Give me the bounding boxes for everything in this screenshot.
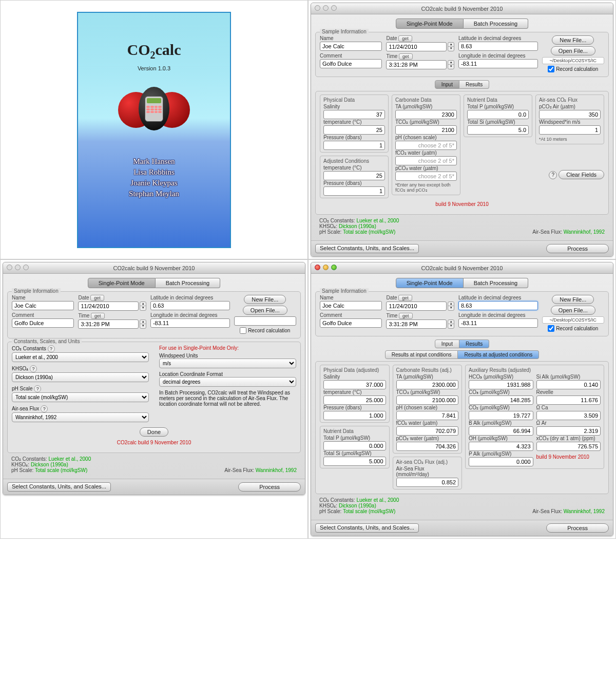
new-file-button-2[interactable]: New File... bbox=[244, 295, 286, 304]
r-salinity bbox=[323, 380, 386, 389]
ph-field[interactable] bbox=[395, 141, 457, 150]
temperature-field[interactable] bbox=[323, 125, 385, 135]
version-label: Version 1.0.3 bbox=[78, 65, 230, 71]
r-press bbox=[323, 411, 386, 420]
name-field-3[interactable] bbox=[320, 301, 382, 310]
r-totalp bbox=[323, 441, 386, 450]
date-field[interactable] bbox=[386, 42, 447, 51]
traffic-lights[interactable] bbox=[315, 5, 337, 11]
windspeed-field[interactable] bbox=[539, 125, 601, 135]
name-field-2[interactable] bbox=[12, 301, 74, 310]
tco2-field[interactable] bbox=[395, 125, 457, 135]
longitude-field[interactable] bbox=[458, 59, 538, 68]
name-field[interactable] bbox=[320, 42, 382, 51]
get-date-button-2[interactable]: get bbox=[90, 295, 104, 301]
r-totalsi bbox=[323, 457, 386, 466]
date-stepper[interactable]: ▴▾ bbox=[448, 42, 454, 51]
zoom-icon bbox=[331, 265, 337, 270]
pressure-field[interactable] bbox=[323, 141, 385, 150]
comment-field[interactable] bbox=[320, 59, 382, 68]
tab-batch[interactable]: Batch Processing bbox=[464, 18, 529, 29]
molecule-logo bbox=[118, 87, 190, 133]
process-button-2[interactable]: Process bbox=[238, 482, 301, 492]
open-file-button[interactable]: Open File... bbox=[551, 46, 595, 55]
help-ph-icon[interactable]: ? bbox=[34, 385, 41, 392]
longitude-field-3[interactable] bbox=[458, 318, 538, 328]
open-file-button-2[interactable]: Open File... bbox=[243, 306, 287, 315]
latitude-field[interactable] bbox=[458, 42, 538, 51]
comment-field-3[interactable] bbox=[320, 318, 382, 328]
subtab-input[interactable]: Input bbox=[435, 80, 459, 89]
open-file-button-3[interactable]: Open File... bbox=[551, 306, 595, 315]
close-icon bbox=[315, 265, 320, 270]
adj-pressure-field[interactable] bbox=[323, 186, 385, 196]
tab-batch-3[interactable]: Batch Processing bbox=[464, 278, 529, 288]
traffic-lights-2[interactable] bbox=[7, 265, 29, 270]
authors: Mark HansenLisa Robbins Joanie KleypasSt… bbox=[78, 156, 230, 199]
app-title: CO2calc bbox=[78, 41, 230, 61]
splash-screen: CO2calc Version 1.0.3 Mark HansenLisa Ro… bbox=[77, 12, 231, 248]
get-time-button[interactable]: get bbox=[399, 53, 413, 60]
done-button[interactable]: Done bbox=[140, 427, 168, 437]
windspeed-units-select[interactable]: m/s bbox=[159, 359, 296, 368]
help-khso4-icon[interactable]: ? bbox=[30, 365, 37, 372]
pco2air-field[interactable] bbox=[539, 110, 601, 119]
longitude-field-2[interactable] bbox=[150, 318, 230, 328]
build-note: build 9 November 2010 bbox=[320, 201, 604, 207]
new-file-button[interactable]: New File... bbox=[552, 35, 594, 45]
tab-single-point-3[interactable]: Single-Point Mode bbox=[396, 278, 464, 288]
phscale-select[interactable]: Total scale (mol/kgSW) bbox=[12, 392, 149, 402]
adj-temperature-field[interactable] bbox=[323, 171, 385, 180]
window-title: CO2calc build 9 November 2010 bbox=[311, 3, 613, 14]
comment-field-2[interactable] bbox=[12, 318, 74, 328]
subtab-results-input[interactable]: Results at input conditions bbox=[385, 350, 458, 359]
pco2-field[interactable] bbox=[395, 172, 457, 181]
close-icon bbox=[315, 5, 320, 11]
traffic-lights-3[interactable] bbox=[315, 265, 337, 270]
record-checkbox-3[interactable] bbox=[548, 325, 554, 332]
get-date-button[interactable]: get bbox=[398, 35, 412, 42]
help-icon[interactable]: ? bbox=[549, 171, 557, 179]
help-co2-icon[interactable]: ? bbox=[48, 345, 55, 352]
window-title-2: CO2calc build 9 November 2010 bbox=[3, 262, 305, 274]
khso4-select[interactable]: Dickson (1990a) bbox=[12, 372, 149, 382]
ta-field[interactable] bbox=[395, 110, 457, 119]
select-constants-button-3[interactable]: Select Constants, Units, and Scales... bbox=[315, 523, 419, 533]
r-temp bbox=[323, 396, 386, 405]
totalsi-field[interactable] bbox=[467, 125, 529, 135]
minimize-icon bbox=[323, 265, 329, 270]
location-format-select[interactable]: decimal degrees bbox=[159, 377, 296, 387]
sample-info-legend: Sample Information bbox=[320, 29, 369, 34]
window-title-3: CO2calc build 9 November 2010 bbox=[311, 262, 613, 274]
subtab-results[interactable]: Results bbox=[459, 80, 489, 89]
co2-constants-select[interactable]: Lueker et al., 2000 bbox=[12, 352, 149, 362]
zoom-icon bbox=[331, 5, 337, 11]
totalp-field[interactable] bbox=[467, 110, 529, 119]
latitude-field-2[interactable] bbox=[150, 301, 230, 310]
file-path: ~/Desktop/CO2SYS/IC bbox=[542, 57, 604, 64]
subtab-input-3[interactable]: Input bbox=[435, 340, 459, 348]
select-constants-button[interactable]: Select Constants, Units, and Scales... bbox=[315, 244, 419, 253]
help-airsea-icon[interactable]: ? bbox=[41, 405, 48, 412]
file-path-2[interactable] bbox=[234, 316, 296, 326]
record-checkbox[interactable] bbox=[548, 66, 554, 72]
minimize-icon bbox=[323, 5, 329, 11]
latitude-field-3[interactable] bbox=[458, 301, 538, 310]
select-constants-button-2[interactable]: Select Constants, Units, and Scales... bbox=[7, 482, 111, 492]
fco2-field[interactable] bbox=[395, 156, 457, 165]
record-checkbox-2[interactable] bbox=[240, 327, 246, 334]
new-file-button-3[interactable]: New File... bbox=[552, 295, 594, 304]
subtab-results-3[interactable]: Results bbox=[459, 340, 489, 348]
time-stepper[interactable]: ▴▾ bbox=[448, 60, 454, 69]
get-time-button-2[interactable]: get bbox=[91, 313, 105, 319]
airsea-select[interactable]: Wanninkhof, 1992 bbox=[12, 412, 149, 422]
clear-fields-button[interactable]: Clear Fields bbox=[559, 170, 604, 179]
tab-single-point[interactable]: Single-Point Mode bbox=[396, 18, 464, 29]
tab-batch-2[interactable]: Batch Processing bbox=[156, 278, 221, 288]
tab-single-point-2[interactable]: Single-Point Mode bbox=[88, 278, 156, 288]
process-button-3[interactable]: Process bbox=[546, 523, 609, 533]
salinity-field[interactable] bbox=[323, 110, 385, 119]
process-button[interactable]: Process bbox=[546, 244, 609, 253]
subtab-results-adjusted[interactable]: Results at adjusted conditions bbox=[458, 350, 539, 359]
time-field[interactable] bbox=[386, 60, 447, 69]
